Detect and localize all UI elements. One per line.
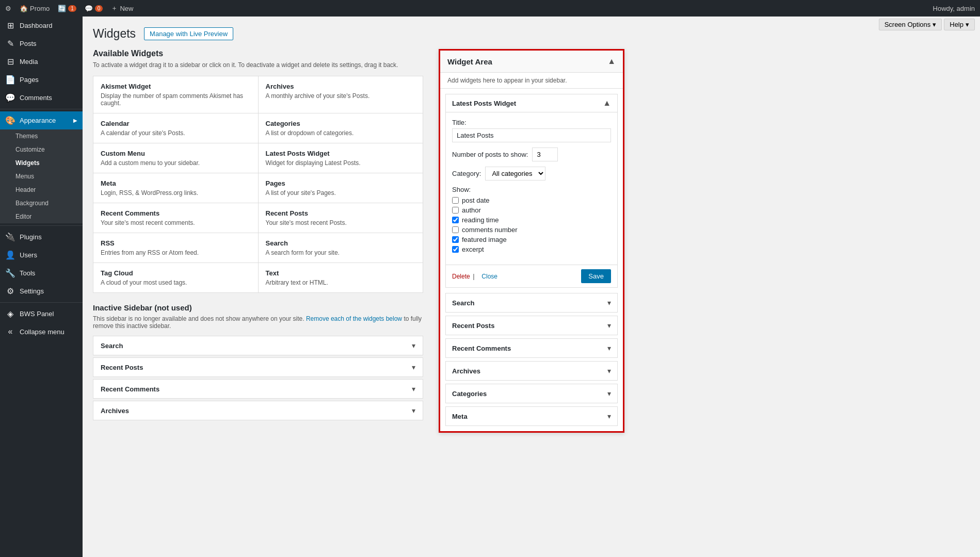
- plugins-icon: 🔌: [5, 232, 15, 242]
- widget-latest-posts[interactable]: Latest Posts Widget Widget for displayin…: [259, 143, 423, 173]
- title-row: Title:: [452, 119, 611, 142]
- screen-options-bar: Screen Options ▾ Help ▾: [874, 17, 980, 32]
- featured-image-checkbox[interactable]: [452, 236, 459, 243]
- available-widgets-title: Available Widgets: [93, 49, 423, 58]
- sidebar-item-themes[interactable]: Themes: [0, 129, 83, 143]
- excerpt-checkbox[interactable]: [452, 246, 459, 253]
- widget-meta[interactable]: Meta Login, RSS, & WordPress.org links.: [93, 173, 258, 203]
- widget-categories[interactable]: Categories A list or dropdown of categor…: [259, 113, 423, 143]
- inactive-widget-archives[interactable]: Archives ▾: [93, 401, 423, 420]
- panel-widget-recent-comments[interactable]: Recent Comments ▾: [445, 338, 618, 358]
- dashboard-icon: ⊞: [5, 21, 15, 30]
- adminbar-updates[interactable]: 🔄 1: [58, 5, 76, 12]
- chevron-down-icon: ▾: [607, 412, 611, 420]
- left-content: Available Widgets To activate a widget d…: [93, 49, 428, 433]
- sidebar-item-comments[interactable]: 💬 Comments: [0, 89, 83, 107]
- adminbar-new[interactable]: ＋ New: [111, 4, 133, 13]
- latest-posts-widget-header[interactable]: Latest Posts Widget ▲: [446, 94, 617, 112]
- adminbar-wp-logo[interactable]: ⚙: [5, 5, 11, 12]
- sidebar-item-settings[interactable]: ⚙ Settings: [0, 282, 83, 300]
- adminbar-comments[interactable]: 💬 0: [85, 5, 103, 12]
- manage-preview-button[interactable]: Manage with Live Preview: [144, 27, 233, 40]
- inactive-widget-recent-comments[interactable]: Recent Comments ▾: [93, 379, 423, 399]
- inactive-sidebar-title: Inactive Sidebar (not used): [93, 303, 423, 312]
- panel-widget-recent-posts[interactable]: Recent Posts ▾: [445, 316, 618, 335]
- widget-calendar[interactable]: Calendar A calendar of your site's Posts…: [93, 113, 258, 143]
- inactive-widget-search[interactable]: Search ▾: [93, 336, 423, 355]
- collapse-widget-area-button[interactable]: ▲: [607, 57, 616, 66]
- reading-time-checkbox[interactable]: [452, 217, 459, 223]
- widget-tag-cloud[interactable]: Tag Cloud A cloud of your most used tags…: [93, 263, 258, 292]
- sidebar-item-appearance[interactable]: 🎨 Appearance ▶: [0, 111, 83, 129]
- widget-recent-posts[interactable]: Recent Posts Your site's most recent Pos…: [259, 203, 423, 233]
- sidebar-item-menus[interactable]: Menus: [0, 170, 83, 183]
- delete-widget-link[interactable]: Delete: [452, 273, 470, 280]
- category-row: Category: All categories: [452, 167, 611, 181]
- chevron-down-icon: ▾: [412, 341, 415, 350]
- sidebar-item-dashboard[interactable]: ⊞ Dashboard: [0, 17, 83, 35]
- posts-count-input[interactable]: [532, 148, 558, 161]
- latest-posts-widget-form: Title: Number of posts to show: Category…: [446, 112, 617, 265]
- title-label: Title:: [452, 119, 611, 126]
- posts-icon: ✎: [5, 39, 15, 48]
- widget-search[interactable]: Search A search form for your site.: [259, 233, 423, 263]
- widget-text[interactable]: Text Arbitrary text or HTML.: [259, 263, 423, 292]
- title-input[interactable]: [452, 128, 611, 142]
- widget-area-title: Widget Area: [447, 57, 492, 66]
- search-widget-collapsed[interactable]: Search ▾: [445, 293, 618, 313]
- comments-number-checkbox[interactable]: [452, 226, 459, 233]
- sidebar-item-header[interactable]: Header: [0, 183, 83, 196]
- help-button[interactable]: Help ▾: [944, 19, 975, 30]
- category-select[interactable]: All categories: [485, 167, 545, 181]
- widget-custom-menu[interactable]: Custom Menu Add a custom menu to your si…: [93, 143, 258, 173]
- screen-options-button[interactable]: Screen Options ▾: [879, 19, 942, 30]
- panel-widget-categories[interactable]: Categories ▾: [445, 384, 618, 403]
- widget-area-header: Widget Area ▲: [440, 51, 623, 73]
- right-panel: Widget Area ▲ Add widgets here to appear…: [439, 49, 635, 433]
- inactive-widget-recent-posts[interactable]: Recent Posts ▾: [93, 357, 423, 377]
- checkbox-excerpt: excerpt: [452, 245, 611, 253]
- sidebar-item-bws-panel[interactable]: ◈ BWS Panel: [0, 305, 83, 323]
- sidebar-item-background[interactable]: Background: [0, 196, 83, 210]
- comments-icon: 💬: [5, 93, 15, 103]
- widget-pages[interactable]: Pages A list of your site's Pages.: [259, 173, 423, 203]
- author-checkbox[interactable]: [452, 207, 459, 214]
- sidebar-item-editor[interactable]: Editor: [0, 210, 83, 223]
- checkbox-featured-image: featured image: [452, 236, 611, 243]
- remove-widgets-link[interactable]: Remove each of the widgets below: [306, 315, 402, 322]
- reading-time-label: reading time: [462, 216, 499, 224]
- widget-actions: Delete | Close Save: [446, 265, 617, 287]
- show-row: Show: post date author: [452, 186, 611, 253]
- chevron-down-icon: ▾: [966, 21, 969, 28]
- posts-count-row: Number of posts to show:: [452, 148, 611, 161]
- post-date-label: post date: [462, 196, 490, 204]
- show-label: Show:: [452, 186, 611, 193]
- widget-archives[interactable]: Archives A monthly archive of your site'…: [259, 76, 423, 113]
- latest-posts-widget-expanded: Latest Posts Widget ▲ Title: Number of p…: [445, 94, 618, 288]
- sidebar-item-pages[interactable]: 📄 Pages: [0, 71, 83, 89]
- post-date-checkbox[interactable]: [452, 197, 459, 204]
- adminbar-howdy[interactable]: Howdy, admin: [933, 5, 975, 12]
- close-widget-link[interactable]: Close: [481, 273, 497, 280]
- chevron-down-icon: ▾: [607, 389, 611, 398]
- sidebar-item-media[interactable]: ⊟ Media: [0, 53, 83, 71]
- sidebar-item-posts[interactable]: ✎ Posts: [0, 35, 83, 53]
- admin-bar: ⚙ 🏠 Promo 🔄 1 💬 0 ＋ New Howdy, admin: [0, 0, 980, 17]
- widget-area-panel: Widget Area ▲ Add widgets here to appear…: [439, 49, 624, 433]
- sidebar-item-users[interactable]: 👤 Users: [0, 246, 83, 264]
- sidebar-item-tools[interactable]: 🔧 Tools: [0, 264, 83, 282]
- checkbox-post-date: post date: [452, 196, 611, 204]
- panel-widget-meta[interactable]: Meta ▾: [445, 406, 618, 426]
- widget-rss[interactable]: RSS Entries from any RSS or Atom feed.: [93, 233, 258, 263]
- sidebar-collapse-menu[interactable]: « Collapse menu: [0, 323, 83, 340]
- save-widget-button[interactable]: Save: [581, 269, 611, 283]
- adminbar-site-name[interactable]: 🏠 Promo: [20, 5, 50, 12]
- checkbox-reading-time: reading time: [452, 216, 611, 224]
- panel-widget-archives[interactable]: Archives ▾: [445, 361, 618, 381]
- widget-akismet[interactable]: Akismet Widget Display the number of spa…: [93, 76, 258, 113]
- sidebar-item-plugins[interactable]: 🔌 Plugins: [0, 228, 83, 246]
- widgets-grid: Akismet Widget Display the number of spa…: [93, 76, 423, 293]
- widget-recent-comments[interactable]: Recent Comments Your site's most recent …: [93, 203, 258, 233]
- sidebar-item-customize[interactable]: Customize: [0, 143, 83, 156]
- sidebar-item-widgets[interactable]: Widgets: [0, 156, 83, 170]
